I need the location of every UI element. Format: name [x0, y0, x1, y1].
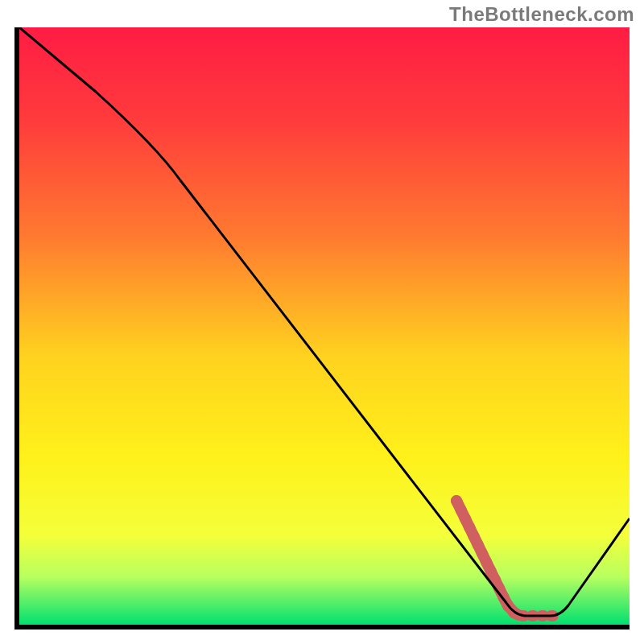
chart-container: TheBottleneck.com: [0, 0, 644, 644]
curve-path: [19, 27, 630, 616]
bottleneck-curve: [19, 27, 630, 625]
watermark-text: TheBottleneck.com: [449, 3, 634, 26]
plot-area: [14, 27, 630, 630]
ridge-highlight-solid: [456, 501, 518, 615]
